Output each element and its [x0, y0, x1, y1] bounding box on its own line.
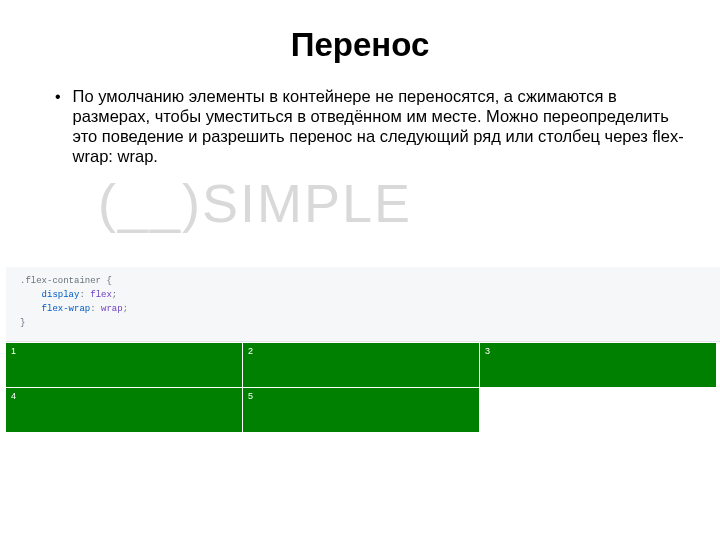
- demo-box: 5: [243, 388, 479, 432]
- bullet-item: • По умолчанию элементы в контейнере не …: [0, 86, 720, 167]
- watermark: (__)SIMPLE: [98, 172, 412, 234]
- slide-title: Перенос: [0, 26, 720, 64]
- code-prop-display: display: [20, 290, 79, 300]
- code-example: .flex-container { display: flex; flex-wr…: [6, 267, 720, 432]
- code-close: }: [20, 318, 25, 328]
- code-selector: .flex-container {: [20, 276, 112, 286]
- demo-box: 2: [243, 343, 479, 387]
- watermark-text: SIMPLE: [202, 173, 412, 233]
- bullet-text: По умолчанию элементы в контейнере не пе…: [73, 86, 692, 167]
- code-val-wrap: wrap: [101, 304, 123, 314]
- watermark-open: (: [98, 173, 118, 233]
- watermark-close: ): [182, 173, 202, 233]
- flex-demo: 1 2 3 4 5: [6, 342, 720, 432]
- watermark-underscore: __: [118, 173, 182, 233]
- code-val-flex: flex: [90, 290, 112, 300]
- code-prop-flexwrap: flex-wrap: [20, 304, 90, 314]
- demo-box: 4: [6, 388, 242, 432]
- code-block: .flex-container { display: flex; flex-wr…: [6, 267, 720, 342]
- demo-box: 3: [480, 343, 716, 387]
- demo-box: 1: [6, 343, 242, 387]
- bullet-marker: •: [55, 86, 61, 108]
